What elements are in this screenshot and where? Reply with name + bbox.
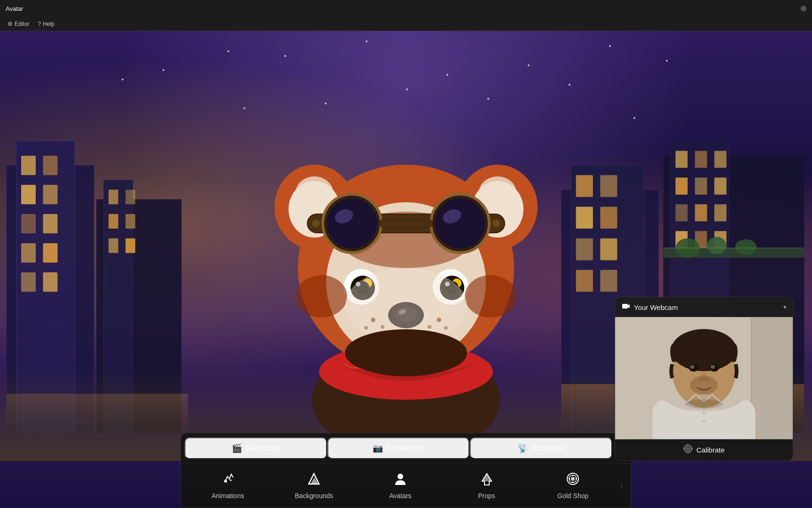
broadcast-button[interactable]: 📡 Broadcast (470, 437, 612, 459)
svg-rect-2 (21, 156, 36, 175)
svg-point-93 (381, 325, 384, 329)
svg-rect-3 (43, 156, 58, 175)
svg-point-60 (479, 176, 516, 209)
webcam-panel: Your Webcam ▾ (615, 297, 793, 461)
title-bar: Avatar (0, 0, 812, 17)
menu-help[interactable]: ? Help (34, 19, 58, 29)
avatars-label: Avatars (389, 492, 411, 500)
svg-rect-4 (21, 185, 36, 204)
snow-particle (609, 45, 611, 47)
svg-point-48 (735, 239, 757, 255)
props-icon (480, 472, 494, 489)
screenshot-label: Screenshot (387, 444, 425, 452)
snow-particle (227, 50, 229, 52)
snow-particle (528, 64, 530, 66)
webcam-camera-icon (622, 302, 630, 312)
screenshot-button[interactable]: 📷 Screenshot (328, 437, 470, 459)
snow-particle (284, 55, 286, 57)
nav-animations[interactable]: Animations (185, 468, 271, 503)
webcam-feed (615, 317, 793, 439)
svg-point-96 (428, 325, 431, 329)
svg-rect-18 (109, 238, 118, 253)
props-label: Props (478, 492, 495, 500)
snow-particle (666, 60, 668, 62)
nav-backgrounds[interactable]: Backgrounds (271, 468, 358, 503)
svg-point-92 (371, 318, 375, 322)
snow-particle (366, 40, 367, 42)
svg-rect-24 (600, 175, 617, 197)
avatar-svg (242, 80, 570, 433)
svg-rect-8 (21, 243, 36, 262)
viewport: 🎬 Recording 📷 Screenshot 📡 Broadcast ⋮ (0, 31, 812, 508)
svg-rect-40 (695, 204, 707, 221)
svg-rect-27 (576, 238, 593, 261)
app-title: Avatar (6, 5, 23, 12)
broadcast-icon: 📡 (517, 443, 528, 453)
svg-point-97 (444, 326, 448, 330)
menu-editor[interactable]: ⚙ Editor (4, 19, 33, 29)
svg-rect-6 (21, 214, 36, 233)
svg-point-95 (437, 318, 441, 322)
svg-rect-5 (43, 185, 58, 204)
nav-avatars[interactable]: Avatars (357, 468, 444, 503)
webcam-header[interactable]: Your Webcam ▾ (615, 297, 793, 317)
svg-rect-71 (379, 219, 433, 228)
svg-rect-33 (676, 151, 688, 168)
svg-rect-14 (109, 190, 118, 204)
avatars-icon (393, 472, 407, 489)
svg-point-121 (710, 365, 715, 369)
webcam-footer[interactable]: Calibrate (615, 439, 793, 460)
screenshot-icon: 📷 (373, 443, 383, 453)
recording-label: Recording (246, 444, 280, 452)
svg-rect-36 (676, 178, 688, 195)
animations-label: Animations (211, 492, 244, 500)
svg-rect-28 (600, 238, 617, 261)
recording-icon: 🎬 (232, 443, 242, 453)
svg-point-124 (703, 420, 705, 423)
svg-point-128 (687, 448, 688, 450)
svg-point-90 (465, 275, 516, 318)
snow-particle (633, 117, 635, 119)
svg-rect-39 (676, 204, 688, 221)
svg-point-94 (364, 326, 368, 330)
avatar-container (242, 80, 570, 433)
snow-particle (122, 79, 124, 80)
svg-point-102 (398, 474, 403, 479)
bottom-ui: 🎬 Recording 📷 Screenshot 📡 Broadcast ⋮ (180, 433, 632, 508)
recording-button[interactable]: 🎬 Recording (185, 437, 327, 459)
nav-gold-shop[interactable]: Gold Shop (530, 468, 616, 503)
menu-bar: ⚙ Editor ? Help (0, 17, 812, 31)
svg-point-123 (703, 412, 705, 415)
nav-props[interactable]: Props (444, 468, 530, 503)
svg-point-47 (707, 237, 726, 254)
svg-rect-9 (43, 243, 58, 262)
broadcast-label: Broadcast (531, 444, 565, 452)
svg-marker-111 (628, 304, 630, 308)
snow-particle (446, 74, 448, 76)
window-controls (801, 6, 806, 11)
webcam-title: Your Webcam (634, 303, 780, 311)
svg-point-120 (690, 365, 695, 369)
minimize-button[interactable] (801, 6, 806, 11)
svg-point-122 (690, 376, 718, 395)
svg-rect-26 (600, 207, 617, 229)
svg-rect-16 (109, 214, 118, 229)
svg-rect-110 (622, 304, 628, 309)
svg-rect-15 (125, 190, 135, 204)
svg-rect-114 (752, 318, 793, 439)
webcam-chevron-icon: ▾ (783, 304, 786, 310)
gold-shop-icon (566, 472, 580, 489)
svg-rect-34 (695, 151, 707, 168)
top-toolbar: 🎬 Recording 📷 Screenshot 📡 Broadcast ⋮ (180, 433, 632, 463)
svg-rect-113 (750, 318, 752, 411)
backgrounds-icon (307, 472, 321, 489)
svg-rect-7 (43, 214, 58, 233)
svg-point-72 (312, 220, 320, 227)
nav-more-button[interactable]: ⋮ (616, 482, 627, 489)
gold-shop-label: Gold Shop (557, 492, 588, 500)
bottom-nav: Animations Backgrounds A (180, 463, 632, 508)
svg-point-73 (492, 220, 500, 227)
svg-rect-29 (576, 270, 593, 292)
svg-point-109 (576, 478, 577, 479)
calibrate-icon (683, 444, 693, 456)
